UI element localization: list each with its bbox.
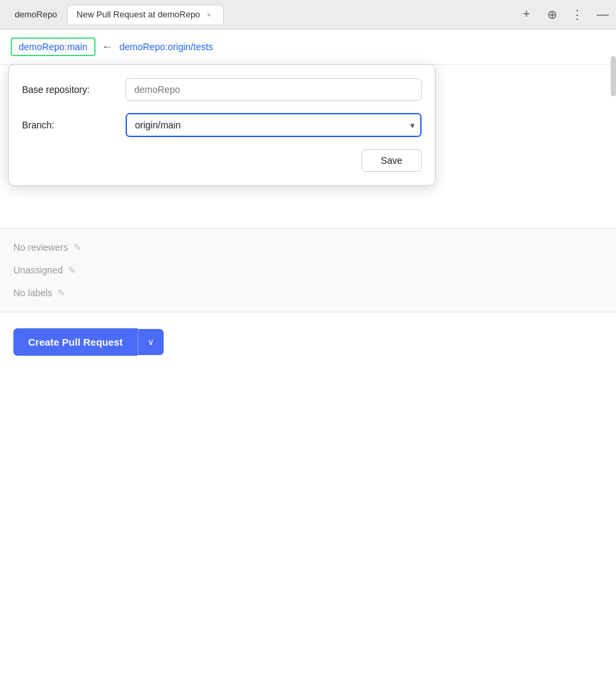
base-repo-input[interactable]: [126, 78, 422, 101]
target-icon[interactable]: ⊕: [544, 7, 560, 23]
sidebar-section: No reviewers ✎ Unassigned ✎ No labels ✎: [0, 228, 616, 312]
target-branch-link[interactable]: demoRepo:origin/tests: [120, 41, 213, 52]
tab-new-pull-request[interactable]: New Pull Request at demoRepo ×: [67, 5, 224, 24]
labels-item: No labels ✎: [13, 288, 603, 298]
assignee-item: Unassigned ✎: [13, 265, 603, 275]
minimize-button[interactable]: —: [595, 7, 611, 23]
main-content: demoRepo:main ← demoRepo:origin/tests Ba…: [0, 29, 616, 678]
source-branch-link[interactable]: demoRepo:main: [11, 37, 96, 56]
tab-new-pull-request-label: New Pull Request at demoRepo: [77, 9, 200, 19]
labels-edit-icon[interactable]: ✎: [57, 288, 65, 298]
title-bar-actions: + ⊕ ⋮ —: [518, 7, 611, 23]
assignee-label: Unassigned: [13, 265, 63, 275]
labels-label: No labels: [13, 288, 52, 298]
action-bar: Create Pull Request ∨: [0, 328, 616, 356]
save-button[interactable]: Save: [361, 149, 422, 172]
vertical-scrollbar[interactable]: [611, 56, 616, 96]
branch-label: Branch:: [22, 120, 126, 130]
popover-actions: Save: [22, 149, 422, 172]
add-tab-button[interactable]: +: [518, 7, 534, 23]
tab-demorepo-label: demoRepo: [15, 9, 57, 19]
more-options-button[interactable]: ⋮: [569, 7, 585, 23]
dropdown-chevron-icon: ∨: [148, 337, 154, 347]
reviewers-item: No reviewers ✎: [13, 242, 603, 253]
tab-demorepo[interactable]: demoRepo: [5, 5, 67, 23]
branch-row: Branch: origin/main ▾: [22, 113, 422, 137]
tab-close-icon[interactable]: ×: [204, 10, 214, 19]
base-repo-row: Base repository:: [22, 78, 422, 101]
reviewers-label: No reviewers: [13, 242, 68, 253]
create-pull-request-button[interactable]: Create Pull Request: [13, 328, 138, 356]
assignee-edit-icon[interactable]: ✎: [68, 265, 76, 275]
branch-select-wrapper: origin/main ▾: [126, 113, 422, 137]
reviewers-edit-icon[interactable]: ✎: [73, 242, 82, 253]
create-pull-request-dropdown-button[interactable]: ∨: [138, 329, 164, 355]
branch-header: demoRepo:main ← demoRepo:origin/tests: [0, 29, 616, 65]
branch-select[interactable]: origin/main: [126, 113, 422, 137]
branch-edit-popover: Base repository: Branch: origin/main ▾ S…: [8, 64, 436, 186]
branch-arrow-icon: ←: [102, 41, 113, 53]
title-bar: demoRepo New Pull Request at demoRepo × …: [0, 0, 616, 29]
base-repo-label: Base repository:: [22, 84, 126, 95]
